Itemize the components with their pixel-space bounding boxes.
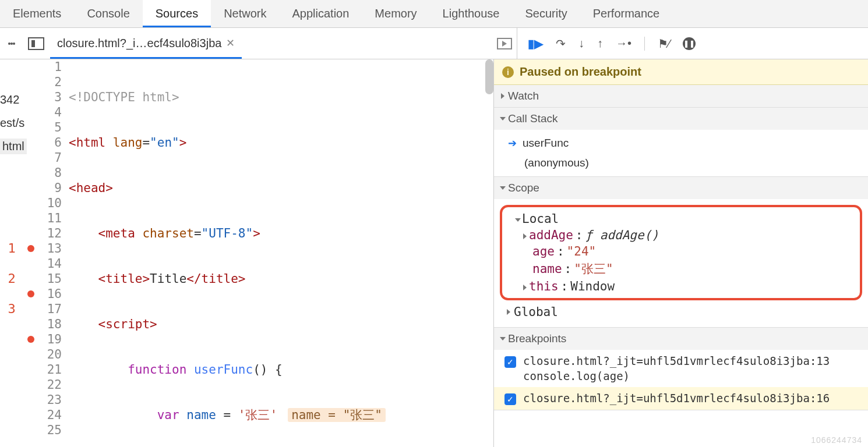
sources-toolbar: closure.html?_i…ecf4sulo8i3jba ✕ <box>23 28 517 59</box>
disclosure-triangle-icon <box>515 218 521 222</box>
tab-sources[interactable]: Sources <box>143 0 211 27</box>
pause-on-exceptions-icon[interactable]: ❚❚ <box>683 37 696 50</box>
info-icon: i <box>502 66 514 78</box>
scrollbar-thumb[interactable] <box>485 59 493 94</box>
scope-property[interactable]: this: Window <box>507 278 855 295</box>
breakpoint-entry[interactable]: ✓ closure.html?_ijt=uhfl5d1vmrlecf4sulo8… <box>494 387 868 410</box>
frame-name: userFunc <box>523 137 569 150</box>
breakpoint-location: closure.html?_ijt=uhfl5d1vmrlecf4sulo8i3… <box>523 354 830 367</box>
tab-elements[interactable]: Elements <box>0 0 74 27</box>
watch-label: Watch <box>508 90 539 102</box>
breakpoint-marker-icon[interactable] <box>27 245 34 252</box>
breakpoint-checkbox[interactable]: ✓ <box>504 356 516 368</box>
more-options-button[interactable] <box>0 28 23 59</box>
debugger-toolbar: ▮▶ ↷ ↓ ↑ →• ⚑⁄ ❚❚ <box>517 28 868 59</box>
scope-global-header[interactable]: Global <box>494 303 868 324</box>
scope-property[interactable]: addAge: ƒ addAge() <box>507 227 855 243</box>
prop-value: Window <box>570 279 615 293</box>
devtools-top-tabs: Elements Console Sources Network Applica… <box>0 0 868 28</box>
scope-global-label: Global <box>514 305 558 319</box>
prop-name: name <box>532 262 562 276</box>
scope-local-header[interactable]: Local <box>507 211 855 227</box>
line-number-gutter[interactable]: 1234567891011121314151617181920212223242… <box>38 59 66 447</box>
run-snippet-icon[interactable] <box>497 38 512 49</box>
disclosure-triangle-icon <box>500 337 506 340</box>
breakpoint-checkbox[interactable]: ✓ <box>504 393 516 405</box>
prop-name: this <box>529 279 559 293</box>
callstack-label: Call Stack <box>508 112 558 125</box>
callstack-header[interactable]: Call Stack <box>494 108 868 130</box>
cropped-text: 342 <box>0 93 19 107</box>
scope-property[interactable]: age: "24" <box>507 243 855 260</box>
breakpoint-marker-icon[interactable] <box>27 290 34 297</box>
annotation-1: 1 <box>0 241 23 256</box>
breakpoint-marker-icon[interactable] <box>27 336 34 343</box>
toolbar-row: closure.html?_i…ecf4sulo8i3jba ✕ ▮▶ ↷ ↓ … <box>0 28 868 59</box>
tab-security[interactable]: Security <box>512 0 580 27</box>
frame-name: (anonymous) <box>524 157 589 169</box>
deactivate-breakpoints-icon[interactable]: ⚑⁄ <box>658 37 670 51</box>
show-navigator-icon[interactable] <box>28 37 44 50</box>
tab-network[interactable]: Network <box>211 0 279 27</box>
close-file-icon[interactable]: ✕ <box>226 37 235 49</box>
breakpoint-gutter[interactable] <box>23 59 38 447</box>
disclosure-triangle-icon <box>500 186 506 190</box>
breakpoint-location: closure.html?_ijt=uhfl5d1vmrlecf4sulo8i3… <box>523 392 830 405</box>
annotation-2: 2 <box>0 271 23 286</box>
source-editor[interactable]: 1234567891011121314151617181920212223242… <box>23 59 494 447</box>
breakpoint-snippet: console.log(age) <box>523 367 830 382</box>
scope-local-label: Local <box>522 212 559 226</box>
step-out-icon[interactable]: ↑ <box>597 37 603 50</box>
open-file-tab[interactable]: closure.html?_i…ecf4sulo8i3jba ✕ <box>50 28 242 59</box>
breakpoints-header[interactable]: Breakpoints <box>494 328 868 350</box>
scope-property[interactable]: name: "张三" <box>507 260 855 278</box>
scope-label: Scope <box>508 182 539 194</box>
watch-header[interactable]: Watch <box>494 85 868 107</box>
disclosure-triangle-icon <box>523 233 527 239</box>
prop-name: age <box>532 244 555 258</box>
callstack-frame[interactable]: (anonymous) <box>494 153 868 173</box>
watch-section: Watch <box>494 85 868 108</box>
open-file-name: closure.html?_i…ecf4sulo8i3jba <box>57 37 221 50</box>
tab-performance[interactable]: Performance <box>580 0 673 27</box>
callstack-section: Call Stack ➔ userFunc (anonymous) <box>494 108 868 177</box>
debugger-sidebar: i Paused on breakpoint Watch Call Stack … <box>494 59 868 447</box>
watermark: 1066244734 <box>811 435 862 445</box>
scope-section: Scope Local addAge: ƒ addAge() age: <box>494 177 868 328</box>
prop-value: "24" <box>567 244 597 258</box>
disclosure-triangle-icon <box>523 285 527 290</box>
step-into-icon[interactable]: ↓ <box>578 37 584 50</box>
step-over-icon[interactable]: ↷ <box>556 37 566 51</box>
cropped-text: html <box>0 139 27 154</box>
breakpoints-section: Breakpoints ✓ closure.html?_ijt=uhfl5d1v… <box>494 328 868 410</box>
current-frame-icon: ➔ <box>508 137 517 150</box>
prop-value: "张三" <box>574 261 613 277</box>
inline-value-hint: name = "张三" <box>288 408 386 422</box>
annotation-3: 3 <box>0 301 23 317</box>
cropped-text: est/s <box>0 116 24 130</box>
tab-memory[interactable]: Memory <box>362 0 429 27</box>
prop-name: addAge <box>529 228 573 242</box>
step-icon[interactable]: →• <box>616 37 631 50</box>
paused-banner: i Paused on breakpoint <box>494 59 868 85</box>
resume-icon[interactable]: ▮▶ <box>528 37 543 51</box>
disclosure-triangle-icon <box>507 309 510 315</box>
paused-message: Paused on breakpoint <box>520 65 641 79</box>
callstack-frame[interactable]: ➔ userFunc <box>494 133 868 153</box>
scope-header[interactable]: Scope <box>494 177 868 199</box>
tab-lighthouse[interactable]: Lighthouse <box>430 0 513 27</box>
main-content: 1 2 3 1234567891011121314151617181920212… <box>0 59 868 447</box>
scope-highlight-box: Local addAge: ƒ addAge() age: "24" <box>500 205 862 300</box>
toolbar-separator <box>644 37 645 51</box>
breakpoint-entry[interactable]: ✓ closure.html?_ijt=uhfl5d1vmrlecf4sulo8… <box>494 350 868 387</box>
breakpoints-label: Breakpoints <box>508 332 566 345</box>
tab-console[interactable]: Console <box>74 0 142 27</box>
source-text[interactable]: <!DOCTYPE html> <html lang="en"> <head> … <box>66 59 493 447</box>
disclosure-triangle-icon <box>501 93 504 99</box>
tab-application[interactable]: Application <box>280 0 362 27</box>
disclosure-triangle-icon <box>500 117 506 120</box>
